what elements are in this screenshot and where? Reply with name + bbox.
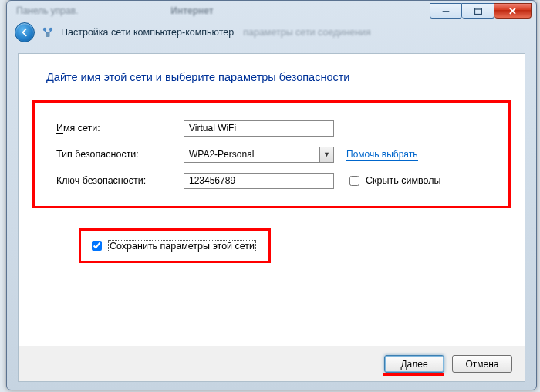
back-button[interactable] <box>15 22 35 42</box>
wizard-window: Панель управ. Интернет ─ ✕ Настройка сет… <box>6 0 537 390</box>
window-controls: ─ ✕ <box>430 3 532 19</box>
wizard-title-ghost: параметры сети соединения <box>243 27 371 38</box>
security-type-value[interactable] <box>184 147 334 163</box>
next-button[interactable]: Далее <box>384 355 444 373</box>
row-security-type: Тип безопасности: ▼ Помочь выбрать <box>56 141 493 167</box>
client-area: Дайте имя этой сети и выберите параметры… <box>18 53 525 382</box>
svg-point-2 <box>43 28 46 31</box>
save-params-checkbox[interactable] <box>92 241 102 251</box>
cancel-button[interactable]: Отмена <box>452 355 512 373</box>
chevron-down-icon[interactable]: ▼ <box>319 147 333 162</box>
help-choose-link[interactable]: Помочь выбрать <box>346 149 418 161</box>
maximize-button[interactable] <box>462 3 494 19</box>
label-security-key: Ключ безопасности: <box>56 175 184 186</box>
row-network-name: Имя сети: <box>56 115 493 141</box>
hide-chars-label: Скрыть символы <box>366 175 440 186</box>
save-params-label: Сохранить параметры этой сети <box>108 240 256 252</box>
form-highlight-box: Имя сети: Тип безопасности: ▼ Помочь выб… <box>32 100 511 208</box>
save-params-highlight-box: Сохранить параметры этой сети <box>79 228 271 263</box>
titlebar[interactable]: Панель управ. Интернет ─ ✕ <box>7 1 536 21</box>
close-button[interactable]: ✕ <box>494 3 532 19</box>
wizard-title: Настройка сети компьютер-компьютер <box>61 27 234 38</box>
label-security-type: Тип безопасности: <box>56 149 184 160</box>
titlebar-ghost-mid: Интернет <box>170 5 213 16</box>
minimize-button[interactable]: ─ <box>430 3 462 19</box>
svg-point-3 <box>49 28 52 31</box>
label-network-name: Имя сети: <box>56 123 184 133</box>
page-heading: Дайте имя этой сети и выберите параметры… <box>46 71 525 83</box>
svg-line-5 <box>45 31 47 33</box>
hide-chars-checkbox[interactable] <box>349 176 359 186</box>
security-key-input[interactable] <box>184 173 334 189</box>
next-button-underline-annotation <box>383 373 444 376</box>
svg-line-6 <box>49 31 51 33</box>
row-security-key: Ключ безопасности: Скрыть символы <box>56 167 493 194</box>
security-type-select[interactable]: ▼ <box>184 147 334 163</box>
footer: Далее Отмена <box>19 346 525 381</box>
titlebar-ghost-left: Панель управ. <box>16 5 78 16</box>
network-name-input[interactable] <box>184 120 334 137</box>
wizard-icon <box>41 25 55 39</box>
navbar: Настройка сети компьютер-компьютер парам… <box>7 21 536 44</box>
